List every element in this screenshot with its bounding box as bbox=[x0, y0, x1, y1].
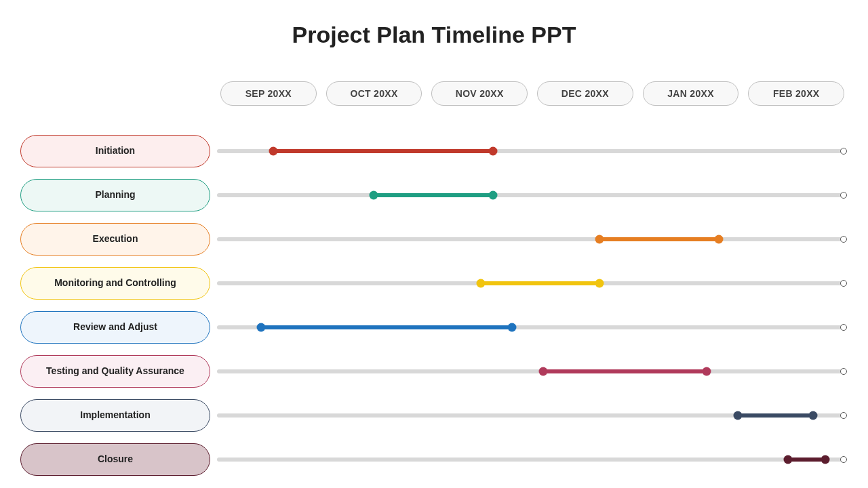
month-pill: NOV 20XX bbox=[431, 81, 528, 106]
gantt-track bbox=[217, 193, 844, 197]
bar-start-dot bbox=[733, 411, 742, 420]
bar-start-dot bbox=[256, 323, 265, 331]
gantt-track bbox=[217, 325, 844, 329]
gantt-bar bbox=[374, 193, 493, 197]
bar-end-dot bbox=[702, 367, 711, 375]
gantt-bar bbox=[738, 413, 813, 418]
gantt-row: Execution bbox=[20, 217, 844, 261]
gantt-row: Monitoring and Controlling bbox=[20, 261, 844, 305]
gantt-bar bbox=[273, 149, 493, 153]
track-end-ring-icon bbox=[840, 148, 847, 155]
gantt-track bbox=[217, 281, 844, 285]
bar-start-dot bbox=[370, 190, 378, 199]
gantt-track bbox=[217, 369, 844, 373]
task-label: Monitoring and Controlling bbox=[20, 267, 210, 300]
bar-end-dot bbox=[808, 411, 817, 420]
month-pill: JAN 20XX bbox=[643, 81, 739, 106]
bar-end-dot bbox=[489, 190, 498, 199]
month-pill: FEB 20XX bbox=[748, 81, 844, 106]
task-label: Implementation bbox=[20, 399, 210, 432]
track-end-ring-icon bbox=[840, 368, 847, 375]
gantt-bar bbox=[481, 281, 600, 285]
track-end-ring-icon bbox=[840, 236, 847, 243]
gantt-track bbox=[217, 458, 844, 462]
bar-end-dot bbox=[489, 146, 498, 155]
task-label: Closure bbox=[20, 443, 210, 476]
task-label: Review and Adjust bbox=[20, 311, 210, 344]
gantt-row: Planning bbox=[20, 173, 844, 217]
track-end-ring-icon bbox=[840, 456, 847, 463]
gantt-row: Closure bbox=[20, 437, 844, 481]
gantt-row: Review and Adjust bbox=[20, 305, 844, 349]
month-pill: SEP 20XX bbox=[220, 81, 317, 106]
month-pill: DEC 20XX bbox=[537, 81, 633, 106]
bar-start-dot bbox=[476, 279, 485, 287]
track-end-ring-icon bbox=[840, 280, 847, 287]
track-end-ring-icon bbox=[840, 324, 847, 331]
task-label: Execution bbox=[20, 223, 210, 256]
bar-end-dot bbox=[715, 235, 724, 243]
bar-end-dot bbox=[507, 323, 516, 331]
gantt-bar bbox=[788, 458, 826, 462]
track-end-ring-icon bbox=[840, 192, 847, 199]
task-label: Initiation bbox=[20, 135, 210, 167]
gantt-track bbox=[217, 149, 844, 153]
gantt-row: Implementation bbox=[20, 393, 844, 437]
month-pill: OCT 20XX bbox=[326, 81, 422, 106]
task-label: Planning bbox=[20, 179, 210, 211]
bar-start-dot bbox=[783, 455, 792, 464]
bar-start-dot bbox=[269, 146, 278, 155]
gantt-bar bbox=[599, 237, 719, 241]
bar-start-dot bbox=[539, 367, 548, 375]
track-end-ring-icon bbox=[840, 412, 847, 419]
gantt-rows: InitiationPlanningExecutionMonitoring an… bbox=[20, 129, 844, 481]
gantt-row: Initiation bbox=[20, 129, 844, 173]
bar-end-dot bbox=[595, 279, 604, 287]
gantt-track bbox=[217, 413, 844, 418]
month-axis: SEP 20XXOCT 20XXNOV 20XXDEC 20XXJAN 20XX… bbox=[220, 81, 844, 106]
gantt-bar bbox=[261, 325, 512, 329]
bar-end-dot bbox=[821, 455, 830, 464]
page-title: Project Plan Timeline PPT bbox=[0, 22, 868, 48]
gantt-track bbox=[217, 237, 844, 241]
bar-start-dot bbox=[595, 235, 604, 243]
gantt-bar bbox=[543, 369, 707, 373]
task-label: Testing and Quality Assurance bbox=[20, 355, 210, 388]
gantt-row: Testing and Quality Assurance bbox=[20, 349, 844, 393]
